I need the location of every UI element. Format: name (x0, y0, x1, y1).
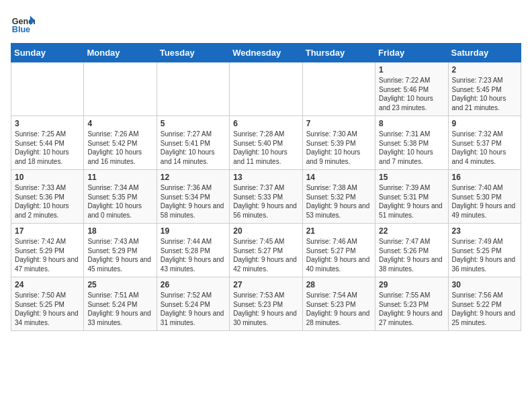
day-number: 3 (15, 119, 80, 128)
calendar-cell (11, 62, 84, 116)
day-number: 20 (233, 226, 298, 236)
day-number: 13 (233, 173, 298, 182)
week-row-1: 1Sunrise: 7:22 AM Sunset: 5:46 PM Daylig… (11, 62, 521, 116)
day-number: 14 (306, 173, 371, 182)
calendar-cell: 11Sunrise: 7:34 AM Sunset: 5:35 PM Dayli… (84, 170, 157, 224)
day-number: 23 (452, 226, 517, 236)
calendar-cell: 25Sunrise: 7:51 AM Sunset: 5:24 PM Dayli… (84, 277, 157, 331)
day-info: Sunrise: 7:47 AM Sunset: 5:26 PM Dayligh… (379, 237, 444, 273)
day-number: 21 (306, 226, 371, 236)
calendar-cell: 5Sunrise: 7:27 AM Sunset: 5:41 PM Daylig… (157, 116, 229, 170)
calendar-cell: 28Sunrise: 7:54 AM Sunset: 5:23 PM Dayli… (302, 277, 375, 331)
day-info: Sunrise: 7:40 AM Sunset: 5:30 PM Dayligh… (452, 183, 517, 220)
calendar-cell: 22Sunrise: 7:47 AM Sunset: 5:26 PM Dayli… (375, 224, 448, 277)
day-info: Sunrise: 7:31 AM Sunset: 5:38 PM Dayligh… (379, 130, 444, 166)
calendar-cell: 20Sunrise: 7:45 AM Sunset: 5:27 PM Dayli… (230, 224, 302, 277)
calendar-cell: 13Sunrise: 7:37 AM Sunset: 5:33 PM Dayli… (230, 170, 302, 224)
calendar-cell: 29Sunrise: 7:55 AM Sunset: 5:23 PM Dayli… (375, 277, 448, 331)
calendar-cell: 15Sunrise: 7:39 AM Sunset: 5:31 PM Dayli… (375, 170, 448, 224)
day-info: Sunrise: 7:56 AM Sunset: 5:22 PM Dayligh… (452, 291, 517, 327)
day-number: 28 (306, 280, 371, 289)
day-number: 25 (87, 280, 152, 289)
calendar-header-row: SundayMondayTuesdayWednesdayThursdayFrid… (11, 44, 521, 62)
calendar-cell: 23Sunrise: 7:49 AM Sunset: 5:25 PM Dayli… (448, 224, 521, 277)
day-number: 15 (379, 173, 444, 182)
calendar-cell: 3Sunrise: 7:25 AM Sunset: 5:44 PM Daylig… (11, 116, 84, 170)
day-number: 22 (379, 226, 444, 236)
day-info: Sunrise: 7:22 AM Sunset: 5:46 PM Dayligh… (379, 76, 444, 112)
calendar-cell: 30Sunrise: 7:56 AM Sunset: 5:22 PM Dayli… (448, 277, 521, 331)
day-header-thursday: Thursday (302, 44, 375, 62)
svg-text:Blue: Blue (12, 25, 30, 34)
day-info: Sunrise: 7:50 AM Sunset: 5:25 PM Dayligh… (15, 291, 80, 327)
day-number: 12 (161, 173, 226, 182)
day-info: Sunrise: 7:34 AM Sunset: 5:35 PM Dayligh… (87, 183, 152, 220)
day-info: Sunrise: 7:45 AM Sunset: 5:27 PM Dayligh… (233, 237, 298, 273)
day-number: 16 (452, 173, 517, 182)
day-number: 26 (161, 280, 226, 289)
calendar-cell: 6Sunrise: 7:28 AM Sunset: 5:40 PM Daylig… (230, 116, 302, 170)
day-info: Sunrise: 7:42 AM Sunset: 5:29 PM Dayligh… (15, 237, 80, 273)
day-number: 29 (379, 280, 444, 289)
calendar-cell: 1Sunrise: 7:22 AM Sunset: 5:46 PM Daylig… (375, 62, 448, 116)
day-number: 9 (452, 119, 517, 128)
calendar-cell: 12Sunrise: 7:36 AM Sunset: 5:34 PM Dayli… (157, 170, 229, 224)
week-row-4: 17Sunrise: 7:42 AM Sunset: 5:29 PM Dayli… (11, 224, 521, 277)
day-info: Sunrise: 7:53 AM Sunset: 5:23 PM Dayligh… (233, 291, 298, 327)
calendar-table: SundayMondayTuesdayWednesdayThursdayFrid… (11, 43, 521, 331)
day-header-tuesday: Tuesday (157, 44, 229, 62)
day-number: 18 (87, 226, 152, 236)
day-number: 5 (161, 119, 226, 128)
day-header-wednesday: Wednesday (230, 44, 302, 62)
page-header: General Blue (11, 11, 521, 35)
day-info: Sunrise: 7:54 AM Sunset: 5:23 PM Dayligh… (306, 291, 371, 327)
calendar-cell (302, 62, 375, 116)
calendar-cell (84, 62, 157, 116)
day-number: 2 (452, 65, 517, 75)
logo: General Blue (11, 11, 21, 35)
week-row-5: 24Sunrise: 7:50 AM Sunset: 5:25 PM Dayli… (11, 277, 521, 331)
calendar-cell: 8Sunrise: 7:31 AM Sunset: 5:38 PM Daylig… (375, 116, 448, 170)
day-info: Sunrise: 7:38 AM Sunset: 5:32 PM Dayligh… (306, 183, 371, 220)
day-info: Sunrise: 7:44 AM Sunset: 5:28 PM Dayligh… (161, 237, 226, 273)
day-info: Sunrise: 7:36 AM Sunset: 5:34 PM Dayligh… (161, 183, 226, 220)
day-info: Sunrise: 7:52 AM Sunset: 5:24 PM Dayligh… (161, 291, 226, 327)
day-info: Sunrise: 7:37 AM Sunset: 5:33 PM Dayligh… (233, 183, 298, 220)
calendar-cell: 2Sunrise: 7:23 AM Sunset: 5:45 PM Daylig… (448, 62, 521, 116)
calendar-cell: 4Sunrise: 7:26 AM Sunset: 5:42 PM Daylig… (84, 116, 157, 170)
calendar-cell: 10Sunrise: 7:33 AM Sunset: 5:36 PM Dayli… (11, 170, 84, 224)
day-header-sunday: Sunday (11, 44, 84, 62)
day-info: Sunrise: 7:55 AM Sunset: 5:23 PM Dayligh… (379, 291, 444, 327)
day-info: Sunrise: 7:27 AM Sunset: 5:41 PM Dayligh… (161, 130, 226, 166)
day-header-saturday: Saturday (448, 44, 521, 62)
logo-icon: General Blue (11, 11, 35, 35)
day-info: Sunrise: 7:28 AM Sunset: 5:40 PM Dayligh… (233, 130, 298, 166)
day-number: 7 (306, 119, 371, 128)
day-number: 19 (161, 226, 226, 236)
calendar-cell: 19Sunrise: 7:44 AM Sunset: 5:28 PM Dayli… (157, 224, 229, 277)
week-row-2: 3Sunrise: 7:25 AM Sunset: 5:44 PM Daylig… (11, 116, 521, 170)
day-info: Sunrise: 7:23 AM Sunset: 5:45 PM Dayligh… (452, 76, 517, 112)
calendar-cell: 24Sunrise: 7:50 AM Sunset: 5:25 PM Dayli… (11, 277, 84, 331)
day-info: Sunrise: 7:32 AM Sunset: 5:37 PM Dayligh… (452, 130, 517, 166)
day-number: 10 (15, 173, 80, 182)
calendar-cell (157, 62, 229, 116)
day-info: Sunrise: 7:46 AM Sunset: 5:27 PM Dayligh… (306, 237, 371, 273)
day-info: Sunrise: 7:43 AM Sunset: 5:29 PM Dayligh… (87, 237, 152, 273)
day-number: 30 (452, 280, 517, 289)
calendar-cell: 7Sunrise: 7:30 AM Sunset: 5:39 PM Daylig… (302, 116, 375, 170)
calendar-cell: 9Sunrise: 7:32 AM Sunset: 5:37 PM Daylig… (448, 116, 521, 170)
calendar-cell: 14Sunrise: 7:38 AM Sunset: 5:32 PM Dayli… (302, 170, 375, 224)
calendar-cell: 16Sunrise: 7:40 AM Sunset: 5:30 PM Dayli… (448, 170, 521, 224)
day-header-monday: Monday (84, 44, 157, 62)
calendar-cell: 18Sunrise: 7:43 AM Sunset: 5:29 PM Dayli… (84, 224, 157, 277)
day-number: 17 (15, 226, 80, 236)
day-number: 4 (87, 119, 152, 128)
day-info: Sunrise: 7:49 AM Sunset: 5:25 PM Dayligh… (452, 237, 517, 273)
day-header-friday: Friday (375, 44, 448, 62)
day-info: Sunrise: 7:26 AM Sunset: 5:42 PM Dayligh… (87, 130, 152, 166)
day-info: Sunrise: 7:30 AM Sunset: 5:39 PM Dayligh… (306, 130, 371, 166)
week-row-3: 10Sunrise: 7:33 AM Sunset: 5:36 PM Dayli… (11, 170, 521, 224)
day-number: 24 (15, 280, 80, 289)
day-number: 11 (87, 173, 152, 182)
